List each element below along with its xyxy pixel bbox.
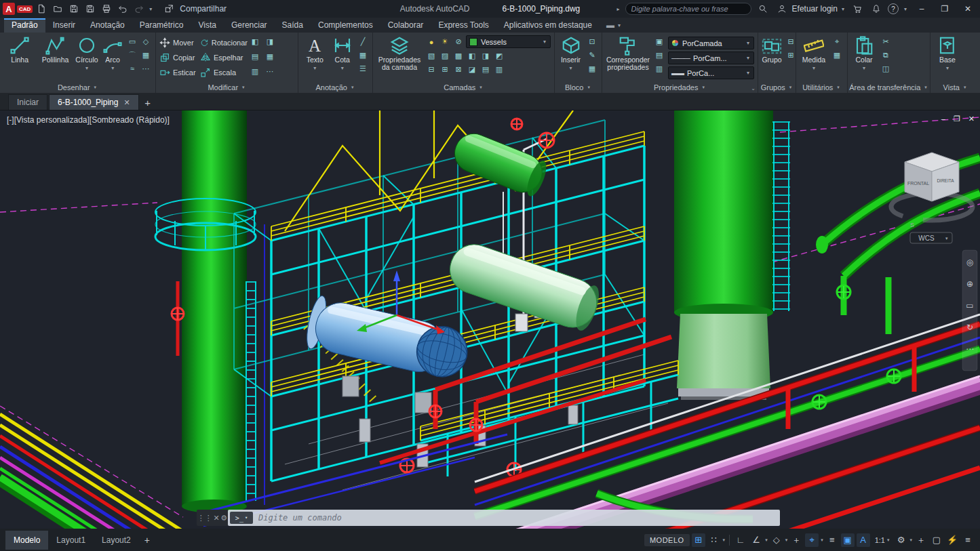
command-line-grip[interactable]: ⋮⋮ ✕ ⚙	[197, 510, 228, 526]
lineweight-select[interactable]: ▬▬ PorCa... ▾	[668, 66, 754, 79]
help-dropdown-icon[interactable]: ▾	[903, 6, 908, 12]
color-dropdown-icon[interactable]: ▾	[745, 40, 751, 46]
create-block-icon[interactable]: ⊡	[586, 35, 598, 47]
model-space-toggle[interactable]: MODELO	[644, 534, 690, 546]
prop-tool-2-icon[interactable]: ▤	[653, 49, 665, 61]
tab-gerenciar[interactable]: Gerenciar	[224, 18, 275, 33]
workspace-dropdown-icon[interactable]: ▾	[909, 537, 912, 543]
window-minimize-button[interactable]: –	[912, 1, 931, 16]
window-restore-button[interactable]: ❐	[935, 1, 954, 16]
hatch-tool-icon[interactable]: ▦	[140, 49, 152, 61]
ortho-mode-toggle[interactable]: ∟	[734, 533, 747, 547]
redo-icon[interactable]	[132, 2, 146, 16]
prop-tool-1-icon[interactable]: ▣	[653, 35, 665, 47]
panel-title-transferencia[interactable]: Área de transferência▾	[848, 82, 930, 93]
tab-inserir[interactable]: Inserir	[45, 18, 83, 33]
command-input[interactable]	[253, 513, 770, 523]
annotation-more-icon[interactable]: ☰	[357, 62, 369, 75]
annotation-autoscale-toggle[interactable]: ＋	[914, 533, 928, 547]
leader-tool-icon[interactable]: ╱	[357, 35, 369, 47]
layer-tool-8-icon[interactable]: ⊞	[439, 63, 451, 75]
array-tool-icon[interactable]: ▦	[264, 50, 276, 62]
tab-vista[interactable]: Vista	[191, 18, 223, 33]
mirror-button[interactable]: Espelhar	[200, 50, 248, 64]
table-tool-icon[interactable]: ▦	[357, 49, 369, 61]
layer-select[interactable]: Vessels ▾	[466, 35, 551, 48]
viewport-controls-label[interactable]: [-][Vista personalizada][Sombreado (Rápi…	[7, 115, 170, 125]
group-edit-icon[interactable]: ⊞	[785, 49, 797, 61]
quick-calc-icon[interactable]: ▦	[831, 49, 843, 61]
layout-tab-layout2[interactable]: Layout2	[94, 531, 139, 550]
wcs-dropdown-icon[interactable]: ▾	[945, 236, 948, 241]
layer-tool-1-icon[interactable]: ▧	[425, 49, 437, 62]
layer-tool-9-icon[interactable]: ⊠	[452, 63, 465, 75]
trim-tool-icon[interactable]: ◧	[249, 35, 261, 47]
isometric-drafting-toggle[interactable]: ◇	[770, 533, 783, 547]
panel-title-anotacao[interactable]: Anotação▾	[298, 82, 372, 93]
paste-dropdown-icon[interactable]: ▾	[861, 64, 867, 72]
osnap-dropdown-icon[interactable]: ▾	[821, 537, 823, 543]
orbit-icon[interactable]: ↻	[966, 323, 973, 332]
panel-title-desenhar[interactable]: Desenhar▾	[0, 82, 155, 93]
object-color-select[interactable]: PorCamada ▾	[668, 37, 754, 49]
measure-button[interactable]: Medida ▾	[800, 35, 828, 72]
panel-title-utilitarios[interactable]: Utilitários▾	[796, 82, 847, 93]
notifications-icon[interactable]	[869, 2, 884, 16]
move-button[interactable]: Mover	[159, 35, 199, 49]
viewport-restore-button[interactable]: ❐	[954, 115, 960, 123]
tab-colaborar[interactable]: Colaborar	[380, 18, 431, 33]
match-properties-button[interactable]: Corresponder propriedades	[606, 35, 650, 71]
annotation-scale-control[interactable]: 1:1 ▾	[872, 536, 893, 544]
command-prompt-icon[interactable]: >_ ▾	[230, 512, 253, 524]
lineweight-toggle[interactable]: ≡	[825, 533, 839, 547]
viewport-minimize-button[interactable]: –	[941, 115, 945, 123]
polar-tracking-toggle[interactable]: ∠	[749, 533, 763, 547]
polar-dropdown-icon[interactable]: ▾	[765, 537, 768, 543]
ellipse-tool-icon[interactable]: ⌒	[126, 49, 138, 61]
base-dropdown-icon[interactable]: ▾	[945, 64, 950, 72]
fillet-tool-icon[interactable]: ◨	[264, 35, 276, 47]
layer-thaw-icon[interactable]: ☀	[439, 36, 451, 48]
panel-title-modificar[interactable]: Modificar▾	[156, 82, 298, 93]
model-canvas[interactable]: FRONTAL DIREITA S WCS ▾ ◎ ⊕ ▭ ↻ ⋯	[0, 110, 980, 529]
panel-title-vista[interactable]: Vista▾	[930, 82, 980, 93]
workspace-settings-button[interactable]: ⚙	[894, 533, 907, 547]
nav-more-icon[interactable]: ⋯	[966, 344, 974, 354]
new-file-icon[interactable]	[34, 2, 49, 16]
layer-properties-button[interactable]: Propriedades da camada	[376, 35, 423, 71]
layer-tool-10-icon[interactable]: ◪	[466, 63, 478, 75]
dimension-button[interactable]: Cota ▾	[330, 35, 354, 72]
linetype-select[interactable]: ——— PorCam... ▾	[668, 52, 754, 64]
layer-on-icon[interactable]: ●	[425, 36, 437, 48]
pan-icon[interactable]: ⊕	[966, 279, 973, 289]
object-snap-toggle[interactable]: ⌖	[805, 533, 819, 547]
tab-express-tools[interactable]: Express Tools	[431, 18, 496, 33]
draw-more-icon[interactable]: ⋯	[140, 62, 152, 75]
ungroup-icon[interactable]: ⊟	[785, 35, 797, 47]
search-icon[interactable]	[756, 2, 770, 16]
customization-menu-button[interactable]: ≡	[961, 533, 975, 547]
measure-dropdown-icon[interactable]: ▾	[811, 64, 817, 72]
scale-button[interactable]: Escala	[200, 65, 248, 79]
autocad-logo[interactable]: A	[3, 3, 15, 15]
window-close-button[interactable]: ✕	[958, 1, 977, 16]
new-drawing-tab-button[interactable]: +	[140, 95, 155, 110]
cut-icon[interactable]: ✂	[880, 35, 892, 47]
command-close-icon[interactable]: ✕	[213, 514, 219, 523]
text-dropdown-icon[interactable]: ▾	[312, 64, 317, 72]
layer-tool-6-icon[interactable]: ◩	[493, 49, 505, 62]
panel-title-bloco[interactable]: Bloco▾	[555, 82, 602, 93]
iso-dropdown-icon[interactable]: ▾	[785, 537, 788, 543]
text-button[interactable]: A Texto ▾	[302, 35, 328, 72]
command-customize-icon[interactable]: ⚙	[220, 514, 227, 523]
tab-anotacao[interactable]: Anotação	[83, 18, 132, 33]
tab-padrao[interactable]: Padrão	[4, 18, 45, 33]
plot-icon[interactable]	[99, 2, 114, 16]
rectangle-tool-icon[interactable]: ▭	[126, 35, 138, 47]
polyline-button[interactable]: Polilinha	[39, 35, 71, 64]
modify-more-icon[interactable]: ⋯	[264, 65, 276, 77]
selection-cycling-toggle[interactable]: ▣	[841, 533, 855, 547]
qat-dropdown-icon[interactable]: ▾	[148, 6, 153, 12]
layer-tool-3-icon[interactable]: ▩	[452, 49, 465, 62]
group-button[interactable]: Grupo	[762, 35, 782, 64]
